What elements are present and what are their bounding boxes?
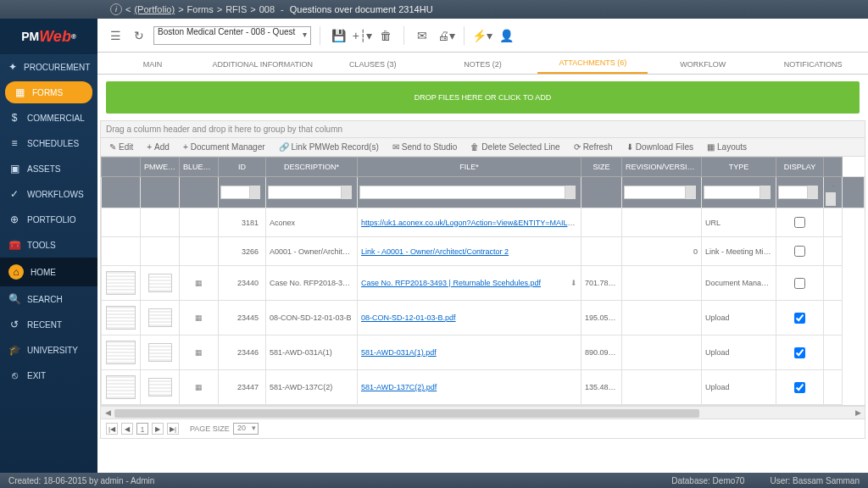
display-checkbox[interactable] bbox=[794, 382, 805, 393]
col-header[interactable]: ID bbox=[219, 158, 266, 177]
col-header[interactable]: DESCRIPTION* bbox=[266, 158, 358, 177]
filter-button[interactable] bbox=[342, 186, 352, 199]
filter-button[interactable] bbox=[760, 186, 771, 199]
col-header[interactable]: PMWEB VIEWER bbox=[141, 158, 180, 177]
display-checkbox[interactable] bbox=[794, 246, 805, 257]
bluebeam-icon[interactable]: ▦ bbox=[195, 313, 203, 322]
project-selector[interactable]: Boston Medical Center - 008 - Quest bbox=[153, 26, 311, 45]
add-icon[interactable]: +┆▾ bbox=[353, 26, 371, 45]
display-checkbox[interactable] bbox=[794, 217, 805, 228]
document-manager-button[interactable]: +Document Manager bbox=[178, 141, 270, 153]
cell-file-link[interactable]: https://uk1.aconex.co.uk/Logon?Action=Vi… bbox=[361, 219, 581, 227]
breadcrumb-portfolio[interactable]: (Portfolio) bbox=[134, 4, 175, 14]
cell-file-link[interactable]: Link - A0001 - Owner/Architect/Contracto… bbox=[361, 247, 509, 256]
table-row[interactable]: ▦2344508-CON-SD-12-01-03-B08-CON-SD-12-0… bbox=[102, 301, 865, 336]
filter-input[interactable] bbox=[268, 186, 342, 199]
cell-file-link[interactable]: Case No. RFP2018-3493 | Returnable Scehd… bbox=[361, 279, 541, 287]
sidebar-item-tools[interactable]: 🧰TOOLS bbox=[0, 232, 97, 258]
refresh-button[interactable]: ⟳Refresh bbox=[569, 141, 618, 153]
sidebar-item-search[interactable]: 🔍SEARCH bbox=[0, 286, 97, 312]
display-checkbox[interactable] bbox=[794, 278, 805, 289]
save-icon[interactable]: 💾 bbox=[329, 26, 348, 45]
email-icon[interactable]: ✉ bbox=[413, 26, 431, 45]
cell-file-link[interactable]: 08-CON-SD-12-01-03-B.pdf bbox=[361, 313, 456, 322]
add-button[interactable]: +Add bbox=[142, 141, 175, 153]
page-size-select[interactable]: 20 bbox=[233, 423, 259, 435]
tab-notifications[interactable]: NOTIFICATIONS bbox=[758, 55, 868, 74]
filter-input[interactable] bbox=[359, 186, 565, 199]
col-header[interactable]: REVISION/VERSION bbox=[622, 158, 702, 177]
col-header[interactable]: FILE* bbox=[358, 158, 581, 177]
display-checkbox[interactable] bbox=[794, 347, 805, 358]
tab-workflow[interactable]: WORKFLOW bbox=[648, 55, 758, 74]
filter-input[interactable] bbox=[624, 186, 686, 199]
filter-input[interactable] bbox=[220, 186, 250, 199]
send-studio-button[interactable]: ✉Send to Studio bbox=[387, 141, 463, 153]
pager-page[interactable]: 1 bbox=[136, 423, 148, 435]
download-files-button[interactable]: ⬇Download Files bbox=[621, 141, 698, 153]
tab-main[interactable]: MAIN bbox=[97, 55, 208, 74]
table-row[interactable]: ▦23446581-AWD-031A(1)581-AWD-031A(1).pdf… bbox=[102, 336, 865, 370]
edit-button[interactable]: ✎Edit bbox=[104, 141, 138, 153]
table-row[interactable]: ▦23447581-AWD-137C(2)581-AWD-137C(2).pdf… bbox=[102, 370, 865, 405]
display-checkbox[interactable] bbox=[794, 313, 805, 324]
pmweb-viewer-icon[interactable] bbox=[148, 308, 172, 327]
filter-button[interactable] bbox=[565, 186, 576, 199]
pager-last[interactable]: ▶| bbox=[167, 423, 179, 435]
sidebar-item-home[interactable]: ⌂HOME bbox=[0, 258, 97, 286]
drop-zone[interactable]: DROP FILES HERE OR CLICK TO ADD bbox=[106, 81, 860, 114]
sidebar-item-schedules[interactable]: ≡SCHEDULES bbox=[0, 130, 97, 156]
sidebar-item-commercial[interactable]: $COMMERCIAL bbox=[0, 105, 97, 130]
cell-file-link[interactable]: 581-AWD-137C(2).pdf bbox=[361, 383, 437, 391]
tab-attachments-[interactable]: ATTACHMENTS (6) bbox=[537, 53, 648, 74]
sidebar-item-workflows[interactable]: ✓WORKFLOWS bbox=[0, 181, 97, 207]
pmweb-viewer-icon[interactable] bbox=[148, 378, 172, 396]
sidebar-item-university[interactable]: 🎓UNIVERSITY bbox=[0, 337, 97, 363]
group-by-hint[interactable]: Drag a column header and drop it here to… bbox=[100, 120, 865, 138]
sidebar-item-recent[interactable]: ↺RECENT bbox=[0, 312, 97, 337]
table-row[interactable]: 3181Aconexhttps://uk1.aconex.co.uk/Logon… bbox=[102, 208, 865, 237]
download-icon[interactable]: ⬇ bbox=[570, 279, 577, 287]
breadcrumb-id[interactable]: 008 bbox=[259, 4, 275, 14]
user-icon[interactable]: 👤 bbox=[497, 26, 515, 45]
filter-display-checkbox[interactable] bbox=[832, 179, 833, 192]
pager-first[interactable]: |◀ bbox=[106, 423, 118, 435]
cell-file-link[interactable]: 581-AWD-031A(1).pdf bbox=[361, 348, 437, 357]
filter-button[interactable] bbox=[250, 186, 260, 199]
menu-icon[interactable]: ☰ bbox=[106, 26, 125, 45]
filter-input[interactable] bbox=[778, 186, 808, 199]
filter-button[interactable] bbox=[808, 186, 818, 199]
table-row[interactable]: 3266A0001 - Owner/Architect/ContractorLi… bbox=[102, 237, 865, 266]
breadcrumb-forms[interactable]: Forms bbox=[187, 4, 214, 14]
pager-prev[interactable]: ◀ bbox=[121, 423, 133, 435]
col-header[interactable]: DISPLAY bbox=[776, 158, 824, 177]
sidebar-item-portfolio[interactable]: ⊕PORTFOLIO bbox=[0, 207, 97, 232]
bluebeam-icon[interactable]: ▦ bbox=[195, 279, 203, 287]
filter-button[interactable] bbox=[686, 186, 696, 199]
tab-notes-[interactable]: NOTES (2) bbox=[428, 55, 538, 74]
history-icon[interactable]: ↻ bbox=[130, 26, 148, 45]
bolt-icon[interactable]: ⚡▾ bbox=[473, 26, 492, 45]
pmweb-viewer-icon[interactable] bbox=[148, 274, 172, 292]
layouts-button[interactable]: ▦Layouts bbox=[702, 141, 752, 153]
col-header[interactable]: SIZE bbox=[581, 158, 622, 177]
horizontal-scrollbar[interactable]: ◀▶ bbox=[100, 406, 865, 419]
tab-clauses-[interactable]: CLAUSES (3) bbox=[318, 55, 428, 74]
bluebeam-icon[interactable]: ▦ bbox=[195, 348, 203, 357]
col-header[interactable]: TYPE bbox=[702, 158, 776, 177]
filter-button[interactable] bbox=[826, 192, 836, 206]
sidebar-item-procurement[interactable]: ✦PROCUREMENT bbox=[0, 54, 97, 80]
pager-next[interactable]: ▶ bbox=[152, 423, 164, 435]
breadcrumb-rfis[interactable]: RFIS bbox=[225, 4, 247, 14]
sidebar-item-forms[interactable]: ▦FORMS bbox=[5, 81, 92, 103]
col-header[interactable]: BLUEBEAM bbox=[180, 158, 219, 177]
print-icon[interactable]: 🖨▾ bbox=[437, 26, 455, 45]
table-row[interactable]: ▦23440Case No. RFP2018-3493 | Returnable… bbox=[102, 266, 865, 301]
sidebar-item-assets[interactable]: ▣ASSETS bbox=[0, 156, 97, 181]
filter-input[interactable] bbox=[704, 186, 760, 199]
tab-additional-information[interactable]: ADDITIONAL INFORMATION bbox=[208, 55, 318, 74]
bluebeam-icon[interactable]: ▦ bbox=[195, 383, 203, 391]
delete-icon[interactable]: 🗑 bbox=[376, 26, 395, 45]
info-icon[interactable]: i bbox=[110, 3, 122, 15]
sidebar-item-exit[interactable]: ⎋EXIT bbox=[0, 363, 97, 388]
